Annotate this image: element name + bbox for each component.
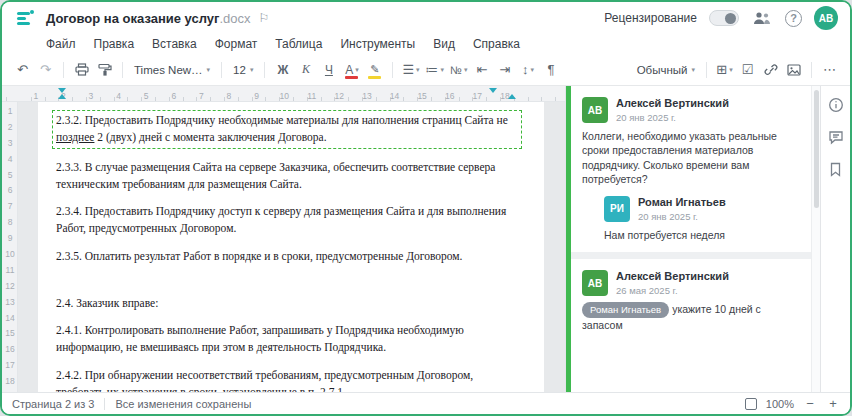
comment-author: Роман Игнатьев — [638, 196, 726, 209]
user-avatar[interactable]: АВ — [814, 6, 838, 30]
review-mode-label: Рецензирование — [604, 11, 697, 25]
ruler-number: 1 — [2, 106, 18, 122]
italic-button[interactable]: К — [295, 58, 316, 82]
zoom-out-button[interactable]: − — [803, 396, 817, 411]
insert-table-button[interactable]: ⊞▾ — [714, 58, 735, 82]
ruler-number: 13 — [353, 91, 381, 101]
insert-image-button[interactable] — [783, 58, 804, 82]
comment-text: Коллеги, необходимо указать реальные сро… — [582, 129, 799, 186]
toolbar: ↶ ↷ Times New…▾ 12▾ Ж К Ч А▾ ✎ ☰▾ ≔▾ №▾ … — [2, 54, 850, 86]
comment-anchor-text[interactable]: позднее — [56, 131, 94, 143]
undo-button[interactable]: ↶ — [12, 58, 33, 82]
ruler-number: 9 — [2, 233, 18, 249]
right-margin-marker[interactable] — [508, 94, 516, 99]
numbered-list-button[interactable]: №▾ — [448, 58, 469, 82]
app-logo-icon[interactable] — [14, 7, 36, 29]
paragraph[interactable]: 2.3.4. Предоставить Подрядчику доступ к … — [56, 203, 518, 238]
menu-item[interactable]: Таблица — [275, 37, 322, 51]
app-window: Договор на оказание услуг .docx ⚐ Реценз… — [0, 0, 852, 416]
paragraph-style-select[interactable]: Обычный▾ — [633, 58, 699, 82]
paragraph[interactable]: 2.3.5. Оплатить результат Работ в порядк… — [56, 248, 518, 265]
comment-author: Алексей Вертинский — [616, 97, 729, 110]
zoom-level[interactable]: 100% — [766, 398, 794, 410]
comment-thread[interactable]: АВ Алексей Вертинский 20 янв 2025 г. Кол… — [566, 86, 811, 252]
decrease-indent-button[interactable]: ⇤ — [471, 58, 492, 82]
ruler-number: 3 — [2, 138, 18, 154]
menu-item[interactable]: Вид — [433, 37, 455, 51]
ruler-number: 15 — [408, 91, 436, 101]
fit-page-icon[interactable] — [745, 398, 757, 410]
menu-item[interactable]: Правка — [94, 37, 135, 51]
paragraph-commented[interactable]: 2.3.2. Предоставить Подрядчику необходим… — [52, 110, 522, 149]
bookmark-icon[interactable] — [827, 160, 845, 178]
comment-date: 26 мая 2025 г. — [616, 285, 729, 296]
more-tools-button[interactable]: ⋯ — [819, 58, 840, 82]
first-line-indent-marker[interactable] — [58, 88, 66, 93]
redo-button[interactable]: ↷ — [35, 58, 56, 82]
ruler-number: 9 — [243, 91, 271, 101]
collaborators-icon[interactable] — [751, 7, 773, 29]
document-canvas[interactable]: 2.3.2. Предоставить Подрядчику необходим… — [18, 102, 565, 392]
comment-author: Алексей Вертинский — [616, 270, 729, 283]
font-family-select[interactable]: Times New…▾ — [130, 58, 214, 82]
editor-area: 123456789101112131415161718 123456789101… — [2, 86, 565, 392]
ruler-number: 5 — [2, 170, 18, 186]
ruler-number: 2 — [2, 122, 18, 138]
menu-item[interactable]: Инструменты — [340, 37, 415, 51]
save-status: Все изменения сохранены — [115, 398, 251, 410]
line-spacing-button[interactable]: ↕▾ — [517, 58, 538, 82]
bold-button[interactable]: Ж — [272, 58, 293, 82]
underline-button[interactable]: Ч — [318, 58, 339, 82]
mention-chip[interactable]: Роман Игнатьев — [582, 302, 669, 317]
paragraph[interactable]: 2.3.3. В случае размещения Сайта на серв… — [56, 159, 518, 194]
zoom-in-button[interactable]: + — [826, 396, 840, 411]
increase-indent-button[interactable]: ⇥ — [494, 58, 515, 82]
page-indicator[interactable]: Страница 2 из 3 — [12, 398, 94, 410]
right-indent-marker[interactable] — [489, 88, 497, 93]
menu-item[interactable]: Формат — [215, 37, 258, 51]
ruler-number: 11 — [2, 265, 18, 281]
highlight-button[interactable]: ✎ — [364, 58, 385, 82]
menu-item[interactable]: Файл — [46, 37, 76, 51]
alignment-button[interactable]: ☰▾ — [400, 58, 421, 82]
comment-thread[interactable]: АВ Алексей Вертинский 26 мая 2025 г. Ром… — [566, 259, 811, 342]
paragraph[interactable]: 2.4. Заказчик вправе: — [56, 295, 518, 312]
ruler-number: 6 — [160, 91, 188, 101]
flag-icon[interactable]: ⚐ — [259, 11, 270, 25]
font-size-select[interactable]: 12▾ — [229, 58, 257, 82]
comment-reply[interactable]: РИ Роман Игнатьев 20 янв 2025 г. Нам пот… — [604, 196, 799, 242]
paragraph-text: 2 (двух) дней с момента заключения Догов… — [94, 131, 326, 143]
active-comment-indicator — [566, 86, 571, 392]
spellcheck-button[interactable]: ☑ — [737, 58, 758, 82]
ruler-number: 4 — [2, 154, 18, 170]
menu-item[interactable]: Вставка — [152, 37, 197, 51]
help-icon[interactable]: ? — [785, 10, 802, 27]
feedback-icon[interactable] — [827, 128, 845, 146]
ruler-number: 12 — [2, 281, 18, 297]
comment-date: 20 янв 2025 г. — [638, 211, 726, 222]
document-page[interactable]: 2.3.2. Предоставить Подрядчику необходим… — [38, 102, 544, 392]
ruler-number: 1 — [22, 91, 50, 101]
scrollbar-thumb[interactable] — [814, 90, 819, 208]
ruler-number: 16 — [436, 91, 464, 101]
titlebar: Договор на оказание услуг .docx ⚐ Реценз… — [2, 2, 850, 34]
print-button[interactable] — [71, 58, 92, 82]
vertical-ruler[interactable]: 123456789101112131415161718 — [2, 102, 18, 392]
info-icon[interactable] — [827, 96, 845, 114]
nonprinting-chars-button[interactable]: ¶ — [540, 58, 561, 82]
bullet-list-button[interactable]: ≔▾ — [424, 58, 447, 82]
ruler-number: 14 — [381, 91, 409, 101]
paragraph[interactable]: 2.4.1. Контролировать выполнение Работ, … — [56, 322, 518, 357]
menu-item[interactable]: Справка — [473, 37, 520, 51]
font-color-button[interactable]: А▾ — [341, 58, 362, 82]
paragraph[interactable]: 2.4.2. При обнаружении несоответствий тр… — [56, 367, 518, 393]
horizontal-ruler[interactable]: 123456789101112131415161718 — [2, 86, 565, 102]
left-indent-marker[interactable] — [58, 94, 66, 99]
paragraph-text: 2.3.2. Предоставить Подрядчику необходим… — [56, 114, 508, 126]
format-painter-button[interactable] — [94, 58, 115, 82]
insert-link-button[interactable] — [760, 58, 781, 82]
review-toggle[interactable] — [709, 10, 739, 26]
ruler-number: 15 — [2, 328, 18, 344]
comments-scrollbar[interactable] — [811, 86, 820, 392]
ruler-number: 6 — [2, 185, 18, 201]
